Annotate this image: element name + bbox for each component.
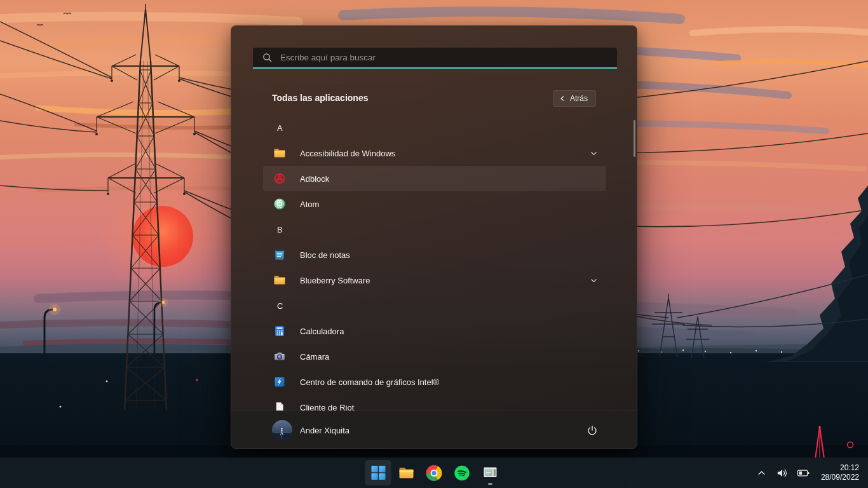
user-account-button[interactable]: Ander Xiquita — [272, 420, 349, 440]
search-input[interactable] — [273, 48, 617, 67]
back-button-label: Atrás — [570, 94, 588, 103]
app-item-cliente-de-riot[interactable]: Cliente de Riot — [263, 395, 606, 411]
scrollbar[interactable] — [634, 120, 635, 157]
notepad-icon — [273, 248, 286, 261]
app-label: Centro de comando de gráficos Intel® — [300, 377, 439, 387]
chevron-down-icon[interactable] — [590, 149, 598, 158]
app-label: Accesibilidad de Windows — [300, 149, 395, 158]
chevron-up-icon — [756, 468, 767, 478]
volume-button[interactable] — [773, 460, 791, 485]
app-label: Atom — [300, 200, 319, 209]
intel-gcc-icon — [273, 376, 286, 388]
user-name: Ander Xiquita — [300, 426, 349, 435]
app-window-icon — [482, 464, 498, 481]
desktop: Todas las aplicaciones Atrás A Accesibil… — [0, 0, 868, 488]
start-menu: Todas las aplicaciones Atrás A Accesibil… — [231, 25, 637, 449]
app-label: Blueberry Software — [300, 276, 370, 285]
chevron-left-icon — [559, 95, 566, 102]
spotify-icon — [454, 465, 470, 481]
clock[interactable]: 20:12 28/09/2022 — [816, 463, 859, 482]
section-letter-c[interactable]: C — [263, 293, 606, 318]
app-label: Adblock — [300, 174, 329, 184]
app-item-intel-gcc[interactable]: Centro de comando de gráficos Intel® — [263, 369, 606, 395]
app-label: Bloc de notas — [300, 250, 350, 260]
chevron-down-icon[interactable] — [590, 276, 598, 285]
user-bar: Ander Xiquita — [231, 410, 637, 449]
app-item-calculadora[interactable]: Calculadora — [263, 318, 606, 344]
app-label: Cliente de Riot — [300, 403, 354, 412]
battery-button[interactable] — [794, 460, 813, 485]
clock-time: 20:12 — [821, 463, 859, 473]
folder-icon — [273, 274, 286, 287]
apps-list: A Accesibilidad de Windows Adblock — [263, 115, 606, 411]
app-item-atom[interactable]: Atom — [263, 191, 606, 217]
search-icon — [262, 53, 273, 63]
file-explorer-icon — [398, 464, 414, 481]
power-icon — [587, 424, 598, 436]
page-title: Todas las aplicaciones — [272, 93, 368, 103]
taskbar-center — [365, 458, 503, 488]
app-item-adblock[interactable]: Adblock — [263, 166, 606, 191]
taskbar: 20:12 28/09/2022 — [0, 458, 868, 488]
chrome-icon — [426, 465, 442, 481]
running-indicator — [488, 483, 492, 485]
avatar — [272, 420, 292, 440]
app-item-bloc-de-notas[interactable]: Bloc de notas — [263, 242, 606, 268]
spotify-button[interactable] — [449, 460, 475, 485]
file-explorer-button[interactable] — [393, 460, 419, 485]
folder-item-accesibilidad[interactable]: Accesibilidad de Windows — [263, 140, 606, 166]
adblock-icon — [273, 172, 286, 185]
chrome-button[interactable] — [421, 460, 447, 485]
calculator-icon — [273, 325, 286, 337]
tray-chevron-button[interactable] — [753, 460, 770, 485]
clock-date: 28/09/2022 — [821, 473, 859, 482]
back-button[interactable]: Atrás — [553, 90, 596, 107]
start-button[interactable] — [365, 460, 391, 485]
power-button[interactable] — [581, 419, 604, 442]
folder-icon — [273, 147, 286, 159]
app-item-camara[interactable]: Cámara — [263, 344, 606, 369]
folder-item-blueberry[interactable]: Blueberry Software — [263, 268, 606, 293]
windows-start-icon — [370, 465, 386, 480]
app-label: Cámara — [300, 352, 329, 362]
document-icon — [273, 401, 286, 411]
system-tray: 20:12 28/09/2022 — [753, 458, 868, 488]
section-letter-b[interactable]: B — [263, 217, 606, 242]
app-window-button[interactable] — [477, 460, 503, 485]
atom-icon — [273, 198, 286, 210]
search-box[interactable] — [253, 48, 617, 69]
camera-icon — [273, 350, 286, 363]
app-label: Calculadora — [300, 327, 344, 336]
volume-icon — [776, 467, 788, 479]
apps-header: Todas las aplicaciones Atrás — [231, 89, 637, 109]
battery-icon — [797, 466, 810, 480]
section-letter-a[interactable]: A — [263, 115, 606, 140]
